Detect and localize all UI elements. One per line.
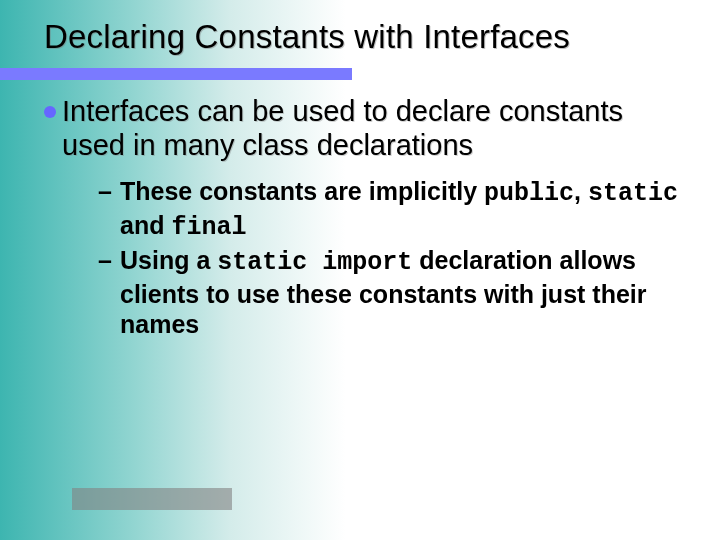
footer-bar	[72, 488, 232, 510]
sub1-code1: public	[484, 179, 574, 208]
bullet-icon	[44, 106, 56, 118]
sub1-mid1: ,	[574, 177, 588, 205]
sub-bullet-1: – These constants are implicitly public,…	[98, 176, 680, 243]
sub1-mid2: and	[120, 211, 171, 239]
sub-bullet-2: – Using a static import declaration allo…	[98, 245, 680, 343]
dash-icon: –	[98, 176, 112, 207]
main-bullet-text: Interfaces can be used to declare consta…	[62, 95, 623, 161]
sub2-prefix: Using a	[120, 246, 217, 274]
sub2-code1: static import	[217, 248, 412, 277]
sub1-code3: final	[171, 213, 246, 242]
sub1-prefix: These constants are implicitly	[120, 177, 484, 205]
slide-content: Interfaces can be used to declare consta…	[0, 66, 720, 343]
sub-bullet-list: – These constants are implicitly public,…	[98, 176, 680, 343]
sub1-code2: static	[588, 179, 678, 208]
dash-icon: –	[98, 245, 112, 276]
main-bullet: Interfaces can be used to declare consta…	[48, 94, 680, 162]
slide-title: Declaring Constants with Interfaces	[0, 0, 720, 66]
title-underline	[0, 68, 352, 80]
